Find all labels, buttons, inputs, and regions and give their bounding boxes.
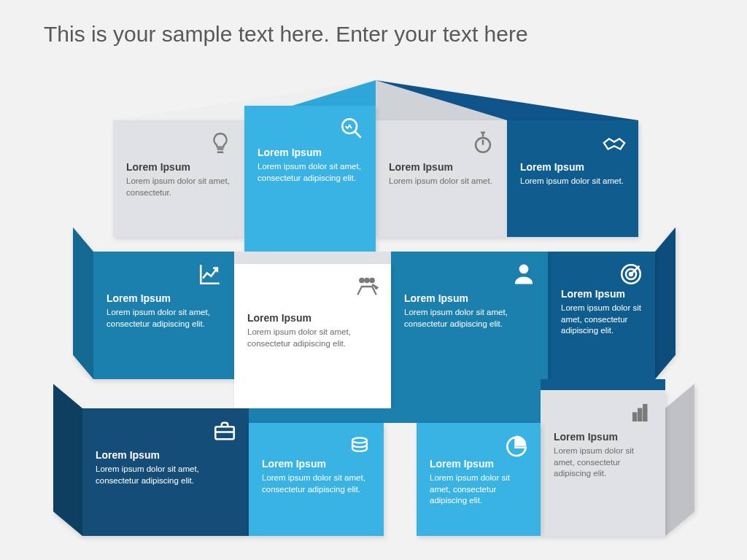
box: Lorem Ipsum Lorem ipsum dolor sit amet, … bbox=[417, 423, 541, 536]
roof-3d bbox=[113, 80, 638, 120]
box-body: Lorem ipsum dolor sit amet, consectetur … bbox=[262, 472, 371, 495]
svg-point-8 bbox=[370, 278, 374, 282]
coins-icon bbox=[347, 433, 372, 458]
side-3d bbox=[655, 228, 676, 379]
svg-rect-17 bbox=[643, 405, 647, 421]
box: Lorem Ipsum Lorem ipsum dolor sit amet, … bbox=[93, 252, 234, 379]
slide-title: This is your sample text here. Enter you… bbox=[44, 22, 528, 47]
handshake-icon bbox=[602, 131, 627, 155]
box-body: Lorem ipsum dolor sit amet, consectetur … bbox=[96, 464, 236, 486]
box-heading: Lorem Ipsum bbox=[258, 147, 363, 158]
box-heading: Lorem Ipsum bbox=[520, 161, 625, 173]
team-icon bbox=[355, 274, 379, 299]
svg-point-6 bbox=[360, 278, 364, 282]
box-body: Lorem ipsum dolor sit amet, consectetur … bbox=[404, 307, 535, 330]
target-icon bbox=[619, 262, 643, 287]
side-3d bbox=[234, 252, 391, 265]
box: Lorem Ipsum Lorem ipsum dolor sit amet, … bbox=[548, 252, 655, 379]
box: Lorem Ipsum Lorem ipsum dolor sit amet, … bbox=[249, 423, 384, 536]
box-heading: Lorem Ipsum bbox=[404, 292, 535, 304]
box: Lorem Ipsum Lorem ipsum dolor sit amet. bbox=[507, 120, 638, 237]
side-3d bbox=[73, 228, 93, 379]
person-icon bbox=[511, 262, 536, 287]
side-3d bbox=[53, 384, 82, 536]
pie-icon bbox=[504, 433, 529, 458]
side-3d bbox=[249, 408, 541, 423]
box-body: Lorem ipsum dolor sit amet, consectetur … bbox=[107, 307, 221, 330]
box: Lorem Ipsum Lorem ipsum dolor sit amet. bbox=[376, 120, 507, 237]
box: Lorem Ipsum Lorem ipsum dolor sit amet, … bbox=[234, 264, 391, 410]
side-3d bbox=[541, 379, 665, 390]
svg-rect-15 bbox=[633, 413, 637, 421]
box-heading: Lorem Ipsum bbox=[389, 161, 494, 173]
box-body: Lorem ipsum dolor sit amet, consectetur … bbox=[561, 303, 642, 337]
box-body: Lorem ipsum dolor sit amet, consectetur … bbox=[554, 446, 652, 480]
box-heading: Lorem Ipsum bbox=[430, 458, 527, 470]
box-body: Lorem ipsum dolor sit amet, consectetur … bbox=[430, 472, 527, 507]
growth-icon bbox=[198, 262, 222, 287]
box-body: Lorem ipsum dolor sit amet, consectetur … bbox=[258, 161, 363, 184]
svg-rect-16 bbox=[638, 408, 642, 421]
briefcase-icon bbox=[212, 419, 237, 443]
slide-canvas: This is your sample text here. Enter you… bbox=[0, 0, 747, 560]
box: Lorem Ipsum Lorem ipsum dolor sit amet, … bbox=[541, 390, 665, 536]
box: Lorem Ipsum Lorem ipsum dolor sit amet, … bbox=[82, 408, 249, 536]
stopwatch-icon bbox=[471, 131, 495, 155]
svg-point-9 bbox=[519, 265, 527, 273]
box-heading: Lorem Ipsum bbox=[262, 458, 371, 470]
box: Lorem Ipsum Lorem ipsum dolor sit amet, … bbox=[244, 106, 376, 252]
box: Lorem Ipsum Lorem ipsum dolor sit amet, … bbox=[391, 252, 548, 410]
box-heading: Lorem Ipsum bbox=[107, 292, 221, 304]
magnifier-icon bbox=[339, 116, 364, 141]
box-heading: Lorem Ipsum bbox=[126, 161, 231, 173]
svg-rect-13 bbox=[215, 427, 234, 439]
bulb-icon bbox=[208, 131, 233, 155]
side-3d bbox=[665, 384, 694, 536]
box-heading: Lorem Ipsum bbox=[96, 449, 236, 461]
box-body: Lorem ipsum dolor sit amet, consectetur … bbox=[247, 327, 378, 349]
svg-point-7 bbox=[365, 278, 369, 282]
box-heading: Lorem Ipsum bbox=[554, 431, 652, 443]
box: Lorem Ipsum Lorem ipsum dolor sit amet, … bbox=[113, 120, 244, 237]
box-heading: Lorem Ipsum bbox=[561, 288, 642, 300]
box-body: Lorem ipsum dolor sit amet, consectetur. bbox=[126, 176, 231, 198]
svg-point-14 bbox=[352, 438, 367, 443]
box-body: Lorem ipsum dolor sit amet. bbox=[389, 176, 494, 187]
bars-icon bbox=[629, 400, 654, 425]
box-body: Lorem ipsum dolor sit amet. bbox=[520, 176, 625, 187]
box-heading: Lorem Ipsum bbox=[247, 312, 378, 324]
